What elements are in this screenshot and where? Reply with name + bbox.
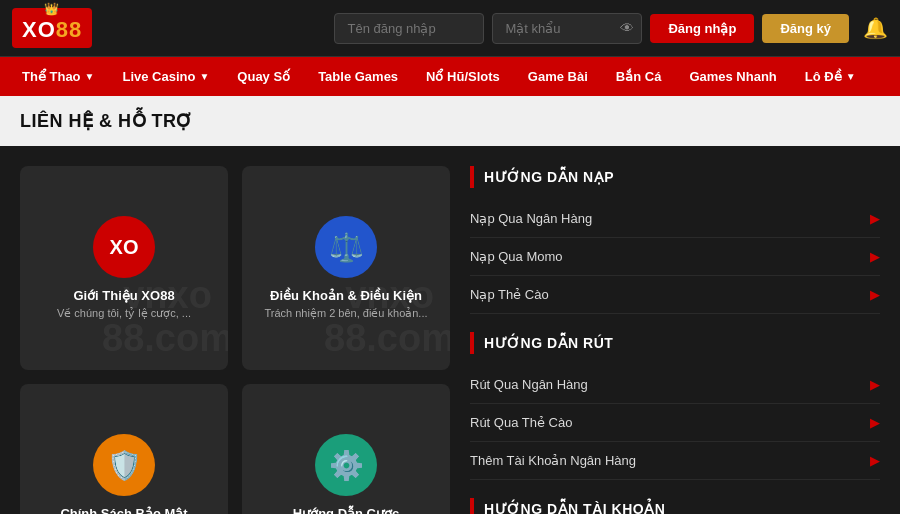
logo[interactable]: 👑 XO88	[12, 8, 92, 48]
arrow-icon: ▶	[870, 287, 880, 302]
item-rut-ngan-hang[interactable]: Rút Qua Ngân Hàng ▶	[470, 366, 880, 404]
section-huong-dan-tai-khoan: HƯỚNG DẪN TÀI KHOẢN Đăng Ký Tài Khoản ▶	[470, 498, 880, 514]
nav-item-live-casino[interactable]: Live Casino ▼	[108, 57, 223, 96]
card-gioi-thieu-title: Giới Thiệu XO88	[73, 288, 174, 303]
main-content: XO Giới Thiệu XO88 Về chúng tôi, tỷ lệ c…	[0, 146, 900, 514]
nav-item-table-games[interactable]: Table Games	[304, 57, 412, 96]
gear-icon: ⚙️	[329, 449, 364, 482]
nav-item-ban-ca[interactable]: Bắn Cá	[602, 57, 676, 96]
section-bar-nap	[470, 166, 474, 188]
bell-icon[interactable]: 🔔	[863, 16, 888, 40]
password-wrap: 👁	[492, 13, 642, 44]
page-title: LIÊN HỆ & HỖ TRỢ	[20, 110, 880, 132]
xo-icon-wrap: XO	[93, 216, 155, 278]
arrow-icon: ▶	[870, 211, 880, 226]
login-button[interactable]: Đăng nhập	[650, 14, 754, 43]
card-dieu-khoan-desc: Trách nhiệm 2 bên, điều khoản...	[264, 307, 427, 320]
card-dieu-khoan-title: Điều Khoản & Điều Kiện	[270, 288, 422, 303]
username-input[interactable]	[334, 13, 484, 44]
section-huong-dan-rut: HƯỚNG DẪN RÚT Rút Qua Ngân Hàng ▶ Rút Qu…	[470, 332, 880, 480]
item-nap-momo[interactable]: Nạp Qua Momo ▶	[470, 238, 880, 276]
main-nav: Thể Thao ▼ Live Casino ▼ Quay Số Table G…	[0, 57, 900, 96]
section-huong-dan-nap: HƯỚNG DẪN NẠP Nạp Qua Ngân Hàng ▶ Nạp Qu…	[470, 166, 880, 314]
logo-xo: XO	[22, 17, 56, 42]
section-header-rut: HƯỚNG DẪN RÚT	[470, 332, 880, 354]
header: 👑 XO88 👁 Đăng nhập Đăng ký 🔔	[0, 0, 900, 57]
arrow-icon: ▶	[870, 249, 880, 264]
logo-num: 88	[56, 17, 82, 42]
arrow-icon: ▶	[870, 453, 880, 468]
card-gioi-thieu[interactable]: XO Giới Thiệu XO88 Về chúng tôi, tỷ lệ c…	[20, 166, 228, 370]
xo-logo-icon: XO	[110, 236, 139, 259]
section-title-rut: HƯỚNG DẪN RÚT	[484, 335, 613, 351]
section-title-nap: HƯỚNG DẪN NẠP	[484, 169, 614, 185]
scale-icon: ⚖️	[329, 231, 364, 264]
card-huong-dan-cuoc[interactable]: ⚙️ Hướng Dẫn Cược Cách tham gia cá cược	[242, 384, 450, 514]
arrow-icon: ▶	[870, 377, 880, 392]
nav-item-the-thao[interactable]: Thể Thao ▼	[8, 57, 108, 96]
nav-item-game-bai[interactable]: Game Bài	[514, 57, 602, 96]
shield-icon: 🛡️	[107, 449, 142, 482]
section-title-tai-khoan: HƯỚNG DẪN TÀI KHOẢN	[484, 501, 665, 514]
arrow-icon: ▶	[870, 415, 880, 430]
card-huong-dan-cuoc-title: Hướng Dẫn Cược	[293, 506, 399, 514]
item-them-tai-khoan[interactable]: Thêm Tài Khoản Ngân Hàng ▶	[470, 442, 880, 480]
nav-item-lo-de[interactable]: Lô Đề ▼	[791, 57, 870, 96]
eye-icon: 👁	[620, 20, 634, 36]
chevron-down-icon: ▼	[85, 71, 95, 82]
section-header-tai-khoan: HƯỚNG DẪN TÀI KHOẢN	[470, 498, 880, 514]
chevron-down-icon: ▼	[846, 71, 856, 82]
scale-icon-wrap: ⚖️	[315, 216, 377, 278]
crown-icon: 👑	[44, 2, 60, 16]
cards-grid: XO Giới Thiệu XO88 Về chúng tôi, tỷ lệ c…	[20, 166, 450, 514]
nav-item-quay-so[interactable]: Quay Số	[223, 57, 304, 96]
item-nap-ngan-hang[interactable]: Nạp Qua Ngân Hàng ▶	[470, 200, 880, 238]
header-inputs: 👁 Đăng nhập Đăng ký 🔔	[334, 13, 888, 44]
chevron-down-icon: ▼	[199, 71, 209, 82]
nav-item-no-hu[interactable]: Nổ Hũ/Slots	[412, 57, 514, 96]
section-bar-rut	[470, 332, 474, 354]
section-header-nap: HƯỚNG DẪN NẠP	[470, 166, 880, 188]
right-section: HƯỚNG DẪN NẠP Nạp Qua Ngân Hàng ▶ Nạp Qu…	[470, 166, 880, 514]
nav-item-games-nhanh[interactable]: Games Nhanh	[675, 57, 790, 96]
card-dieu-khoan[interactable]: ⚖️ Điều Khoản & Điều Kiện Trách nhiệm 2 …	[242, 166, 450, 370]
item-rut-the-cao[interactable]: Rút Qua Thẻ Cào ▶	[470, 404, 880, 442]
section-bar-tai-khoan	[470, 498, 474, 514]
shield-icon-wrap: 🛡️	[93, 434, 155, 496]
register-button[interactable]: Đăng ký	[762, 14, 849, 43]
gear-icon-wrap: ⚙️	[315, 434, 377, 496]
item-nap-the-cao[interactable]: Nạp Thẻ Cào ▶	[470, 276, 880, 314]
card-chinh-sach-title: Chính Sách Bảo Mật	[60, 506, 187, 514]
card-gioi-thieu-desc: Về chúng tôi, tỷ lệ cược, ...	[57, 307, 191, 320]
page-title-bar: LIÊN HỆ & HỖ TRỢ	[0, 96, 900, 146]
card-chinh-sach[interactable]: 🛡️ Chính Sách Bảo Mật Quy định chung, ca…	[20, 384, 228, 514]
